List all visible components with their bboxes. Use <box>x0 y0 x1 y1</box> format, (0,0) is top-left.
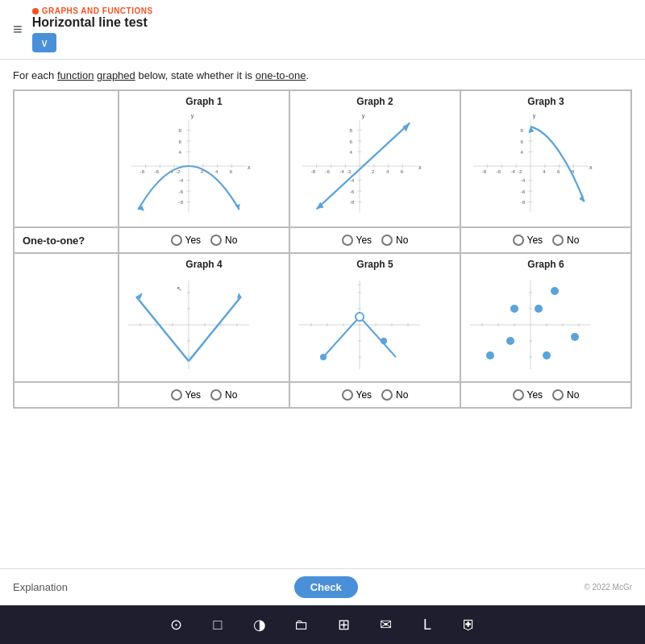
svg-text:-6: -6 <box>325 168 330 174</box>
chevron-button[interactable]: ∨ <box>32 33 56 52</box>
row3-empty-cell <box>14 253 119 382</box>
graph2-svg: x y -8 -6 -4 -2 2 4 6 8 6 4 -4 -6 <box>295 114 424 218</box>
graph1-no-option[interactable]: No <box>210 235 237 246</box>
graph1-no-radio[interactable] <box>210 235 222 246</box>
svg-text:-4: -4 <box>339 168 344 174</box>
svg-point-143 <box>535 305 543 313</box>
graph1-cell: Graph 1 <box>119 90 289 227</box>
svg-text:8: 8 <box>179 127 182 133</box>
svg-text:6: 6 <box>350 139 353 144</box>
graph3-box: x y -8 -6 -4 -2 4 6 8 8 6 4 -4 -6 <box>466 110 626 222</box>
graph3-title: Graph 3 <box>527 96 564 107</box>
graph1-radio-cell: Yes No <box>119 227 289 253</box>
graph1-yes-option[interactable]: Yes <box>171 235 202 246</box>
svg-text:y: y <box>191 114 194 119</box>
graph5-no-option[interactable]: No <box>381 389 408 401</box>
graph6-yes-label: Yes <box>527 389 543 401</box>
svg-text:-6: -6 <box>350 189 355 194</box>
graph4-title: Graph 4 <box>185 259 222 270</box>
graph4-no-option[interactable]: No <box>210 389 237 401</box>
category-label: GRAPHS AND FUNCTIONS <box>32 6 153 15</box>
graph6-no-radio[interactable] <box>552 389 564 401</box>
svg-text:-8: -8 <box>311 168 316 174</box>
graph6-yes-option[interactable]: Yes <box>513 389 543 401</box>
svg-point-141 <box>551 287 559 295</box>
svg-text:6: 6 <box>521 139 524 144</box>
graph5-yes-option[interactable]: Yes <box>342 389 372 401</box>
svg-text:-6: -6 <box>154 168 159 174</box>
taskbar-icon-task[interactable]: ◑ <box>247 612 273 638</box>
graph5-cell: Graph 5 <box>289 253 460 382</box>
svg-text:-6: -6 <box>521 189 526 194</box>
graph2-yes-option[interactable]: Yes <box>342 235 372 246</box>
taskbar-icon-mail[interactable]: ✉ <box>372 612 398 638</box>
graph4-yes-radio[interactable] <box>171 389 182 401</box>
graph5-title: Graph 5 <box>356 259 393 270</box>
taskbar-icon-search[interactable]: ⊙ <box>163 612 189 638</box>
explanation-link[interactable]: Explanation <box>13 581 68 593</box>
svg-text:-6: -6 <box>496 168 501 174</box>
taskbar-icon-l[interactable]: L <box>414 612 440 638</box>
svg-text:4: 4 <box>350 149 353 155</box>
graph6-title: Graph 6 <box>527 259 564 270</box>
graph2-cell: Graph 2 <box>289 90 460 227</box>
graph5-yes-label: Yes <box>356 389 372 401</box>
svg-text:2: 2 <box>372 168 375 174</box>
graph1-box: x y -8 -6 -4 -2 2 4 6 8 6 4 -4 -6 <box>124 110 284 222</box>
row4-empty-cell <box>14 382 119 408</box>
header-text: GRAPHS AND FUNCTIONS Horizontal line tes… <box>32 6 153 52</box>
graph5-no-radio[interactable] <box>381 389 393 401</box>
graph3-cell: Graph 3 <box>460 90 631 227</box>
graph3-no-option[interactable]: No <box>552 235 579 246</box>
svg-text:4: 4 <box>179 149 182 155</box>
svg-text:x: x <box>589 164 593 171</box>
graph2-box: x y -8 -6 -4 -2 2 4 6 8 6 4 -4 -6 <box>295 110 455 222</box>
page-title: Horizontal line test <box>32 15 153 30</box>
svg-text:6: 6 <box>179 139 182 144</box>
svg-text:8: 8 <box>350 127 353 133</box>
svg-text:-8: -8 <box>350 199 355 205</box>
graph2-yes-label: Yes <box>356 235 372 246</box>
graph5-radio-cell: Yes No <box>289 382 460 408</box>
graph2-radio-cell: Yes No <box>289 227 460 253</box>
svg-marker-61 <box>402 123 410 132</box>
graph3-no-radio[interactable] <box>552 235 564 246</box>
svg-point-127 <box>381 338 387 344</box>
graph3-yes-option[interactable]: Yes <box>513 235 543 246</box>
graph2-no-option[interactable]: No <box>381 235 408 246</box>
graph6-cell: Graph 6 <box>460 253 631 382</box>
taskbar-icon-store[interactable]: ⊞ <box>331 612 356 638</box>
svg-text:6: 6 <box>401 168 404 174</box>
graph5-yes-radio[interactable] <box>342 389 353 401</box>
one-to-one-label: One-to-one? <box>14 227 119 253</box>
hamburger-icon[interactable]: ≡ <box>13 20 23 39</box>
svg-text:4: 4 <box>386 168 389 174</box>
taskbar-icon-shield[interactable]: ⛨ <box>456 612 482 638</box>
taskbar-icon-files[interactable]: 🗀 <box>289 612 314 638</box>
main-table: Graph 1 <box>13 89 632 409</box>
graph2-yes-radio[interactable] <box>342 235 353 246</box>
svg-text:-8: -8 <box>179 199 184 205</box>
svg-line-108 <box>189 297 241 361</box>
svg-text:-6: -6 <box>179 189 184 194</box>
svg-text:4: 4 <box>521 149 524 155</box>
svg-line-107 <box>136 297 189 361</box>
graph5-box <box>295 273 455 376</box>
graph3-yes-radio[interactable] <box>513 235 524 246</box>
graph1-title: Graph 1 <box>185 96 222 107</box>
svg-text:-4: -4 <box>521 177 526 183</box>
graph1-yes-radio[interactable] <box>171 235 182 246</box>
graph6-no-option[interactable]: No <box>552 389 579 401</box>
graph6-svg <box>466 276 595 373</box>
taskbar: ⊙ □ ◑ 🗀 ⊞ ✉ L ⛨ <box>0 605 645 644</box>
bottom-bar: Explanation Check © 2022 McGr <box>0 568 645 605</box>
graph6-yes-radio[interactable] <box>513 389 524 401</box>
svg-line-123 <box>323 317 360 357</box>
taskbar-icon-windows[interactable]: □ <box>205 612 231 638</box>
main-content: For each function graphed below, state w… <box>0 60 645 568</box>
check-button[interactable]: Check <box>294 576 358 598</box>
graph2-no-radio[interactable] <box>381 235 393 246</box>
svg-text:4: 4 <box>543 168 546 174</box>
graph4-no-radio[interactable] <box>210 389 222 401</box>
graph4-yes-option[interactable]: Yes <box>171 389 202 401</box>
